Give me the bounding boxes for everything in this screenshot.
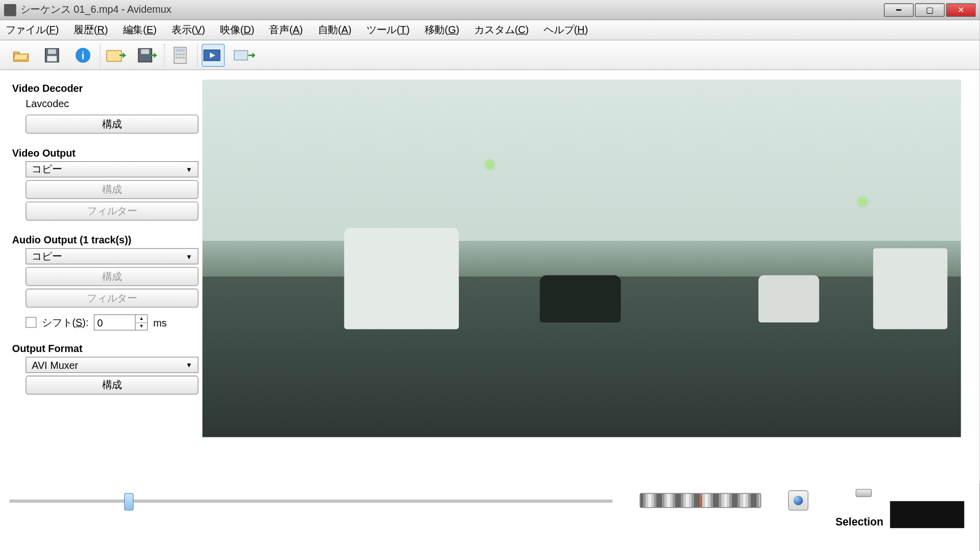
window-controls: ━ ▢ ✕	[884, 3, 976, 16]
output-format-value: AVI Muxer	[32, 359, 78, 370]
play-button[interactable]	[202, 43, 225, 66]
save-button[interactable]	[40, 43, 63, 66]
sidebar: Video Decoder Lavcodec 構成 Video Output コ…	[0, 70, 203, 483]
menu-go[interactable]: 移動(G)	[425, 23, 459, 36]
spin-down-icon[interactable]: ▼	[136, 323, 147, 330]
svg-rect-14	[179, 56, 181, 58]
play-filtered-button[interactable]	[233, 43, 256, 66]
toolbar: i	[0, 40, 980, 70]
jog-wheel[interactable]	[640, 493, 761, 508]
audio-output-value: コピー	[32, 250, 62, 263]
chevron-down-icon: ▼	[186, 253, 192, 260]
svg-rect-9	[176, 48, 185, 52]
video-decoder-heading: Video Decoder	[12, 82, 193, 93]
video-preview[interactable]	[203, 80, 961, 437]
app-icon	[4, 4, 16, 16]
video-preview-area	[203, 80, 961, 484]
maximize-button[interactable]: ▢	[915, 3, 945, 16]
disc-icon	[794, 496, 803, 506]
chevron-down-icon: ▼	[186, 361, 192, 369]
audio-output-heading: Audio Output (1 track(s))	[12, 234, 193, 245]
traffic-light-icon	[486, 161, 494, 169]
audio-shift-unit: ms	[153, 317, 166, 328]
svg-rect-12	[182, 53, 185, 55]
output-format-heading: Output Format	[12, 343, 193, 354]
save-project-button[interactable]	[136, 43, 159, 66]
floppy-run-icon	[137, 47, 157, 63]
preview-vehicle	[344, 228, 459, 329]
floppy-icon	[44, 47, 60, 63]
menu-help[interactable]: ヘルプ(H)	[544, 23, 588, 36]
preview-sky	[203, 80, 961, 240]
menu-audio[interactable]: 音声(A)	[269, 23, 303, 36]
output-format-select[interactable]: AVI Muxer▼	[26, 357, 198, 373]
selection-thumbnail	[890, 501, 964, 528]
audio-output-configure-button[interactable]: 構成	[26, 267, 198, 286]
svg-rect-2	[47, 56, 57, 61]
video-decoder-name: Lavcodec	[12, 98, 193, 109]
menu-video[interactable]: 映像(D)	[220, 23, 254, 36]
load-project-button[interactable]	[105, 43, 128, 66]
menu-edit[interactable]: 編集(E)	[123, 23, 157, 36]
menu-custom[interactable]: カスタム(C)	[474, 23, 529, 36]
app-window: シーケンス 01_6.mp4 - Avidemux ━ ▢ ✕ ファイル(F) …	[0, 0, 980, 551]
preview-vehicle	[540, 275, 621, 322]
jog-tick-icon	[700, 495, 702, 507]
info-icon: i	[74, 46, 91, 64]
menu-tools[interactable]: ツール(T)	[366, 23, 410, 36]
svg-text:i: i	[82, 50, 85, 61]
calculator-button[interactable]	[169, 43, 192, 66]
menu-file[interactable]: ファイル(F)	[6, 23, 59, 36]
spin-up-icon[interactable]: ▲	[136, 315, 147, 322]
timeline-slider[interactable]	[10, 493, 613, 509]
audio-shift-checkbox[interactable]	[26, 317, 36, 328]
svg-rect-15	[182, 56, 185, 58]
svg-rect-11	[179, 53, 181, 55]
timeline-thumb[interactable]	[124, 493, 134, 510]
window-title: シーケンス 01_6.mp4 - Avidemux	[20, 4, 884, 16]
svg-rect-7	[141, 49, 149, 54]
preview-vehicle	[873, 248, 947, 329]
video-output-configure-button[interactable]: 構成	[26, 180, 198, 199]
menu-history[interactable]: 履歴(R)	[74, 23, 108, 36]
audio-output-filter-button[interactable]: フィルター	[26, 289, 198, 308]
video-output-filter-button[interactable]: フィルター	[26, 202, 198, 220]
svg-rect-5	[107, 50, 121, 61]
svg-rect-18	[234, 50, 248, 60]
audio-shift-label: シフト(S):	[42, 316, 88, 329]
video-output-heading: Video Output	[12, 147, 193, 158]
play-video-icon	[203, 47, 224, 62]
svg-rect-10	[176, 53, 178, 55]
play-disc-button[interactable]	[788, 490, 808, 511]
info-button[interactable]: i	[71, 43, 94, 66]
open-file-button[interactable]	[10, 43, 33, 66]
menubar: ファイル(F) 履歴(R) 編集(E) 表示(V) 映像(D) 音声(A) 自動…	[0, 20, 980, 41]
output-format-configure-button[interactable]: 構成	[26, 375, 198, 394]
svg-rect-13	[176, 56, 178, 58]
selection-area: Selection	[836, 489, 970, 528]
audio-shift-spinner[interactable]: ▲▼	[94, 314, 148, 331]
video-output-select[interactable]: コピー▼	[26, 161, 198, 178]
selection-label: Selection	[836, 516, 884, 528]
chevron-down-icon: ▼	[186, 166, 192, 173]
transport-area: Selection	[0, 484, 980, 551]
audio-output-select[interactable]: コピー▼	[26, 248, 198, 264]
menu-auto[interactable]: 自動(A)	[318, 23, 352, 36]
video-output-value: コピー	[32, 163, 62, 176]
traffic-light-icon	[859, 197, 867, 206]
titlebar: シーケンス 01_6.mp4 - Avidemux ━ ▢ ✕	[0, 0, 980, 20]
close-button[interactable]: ✕	[946, 3, 975, 16]
menu-view[interactable]: 表示(V)	[172, 23, 205, 36]
calculator-icon	[174, 46, 187, 64]
main-area: Video Decoder Lavcodec 構成 Video Output コ…	[0, 70, 980, 483]
preview-vehicle	[758, 275, 819, 322]
video-decoder-configure-button[interactable]: 構成	[26, 115, 198, 134]
volume-slider[interactable]	[855, 489, 872, 497]
svg-rect-1	[48, 49, 56, 54]
audio-shift-input[interactable]	[94, 317, 135, 328]
minimize-button[interactable]: ━	[884, 3, 914, 16]
folder-open-icon	[12, 47, 30, 62]
folder-run-icon	[106, 47, 127, 62]
play-export-icon	[233, 47, 255, 62]
timeline-track	[10, 500, 613, 503]
